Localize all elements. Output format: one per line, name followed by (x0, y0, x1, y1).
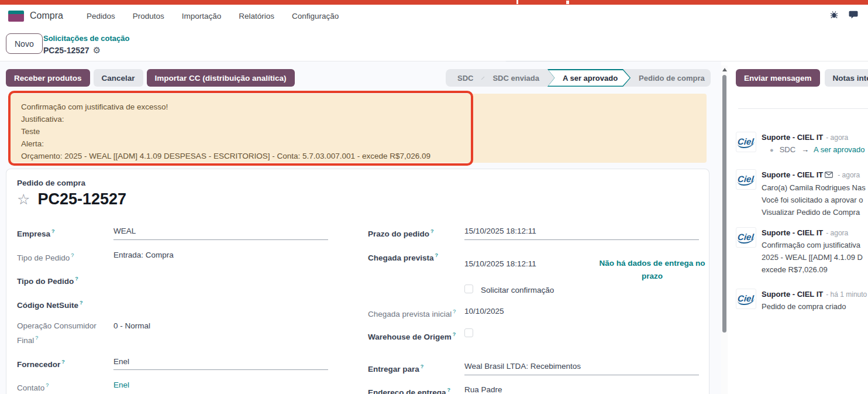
message-email[interactable]: Ciel Suporte - CIEL IT- agora Caro(a) Ca… (736, 169, 868, 218)
avatar: Ciel (736, 289, 756, 309)
alert-line: Confirmação com justificativa de excesso… (21, 101, 696, 113)
alert-line: Teste (21, 125, 696, 138)
field-label: Entregar para (368, 365, 419, 374)
scrollbar-thumb[interactable] (722, 75, 726, 333)
stage-to-link[interactable]: A ser aprovado (814, 145, 864, 154)
vertical-scrollbar[interactable] (721, 66, 728, 394)
message-line: 2025 - WEAL [[ADM] 4.1.09 D (762, 251, 868, 263)
message-line: Pedido de compra criado (762, 300, 868, 313)
app-logo-icon[interactable] (8, 11, 24, 22)
statusbar-step-a-ser-aprovado[interactable]: A ser aprovado (547, 69, 631, 87)
envelope-icon (825, 171, 833, 180)
help-icon: ? (80, 300, 83, 306)
breadcrumb: Solicitações de cotação PC25-12527⚙ (43, 32, 129, 56)
message-author: Suporte - CIEL IT (762, 133, 823, 142)
menu-item-importacao[interactable]: Importação (175, 8, 229, 24)
field-operacao-consumidor-final: Operação Consumidor Final? 0 - Normal (17, 320, 337, 347)
message-created[interactable]: Ciel Suporte - CIEL IT- há 1 minuto Pedi… (736, 289, 868, 313)
tipo-de-pedido-value: Entrada: Compra (113, 249, 174, 264)
bullet-icon: ● (770, 146, 774, 153)
chatter-buttons: Enviar mensagem Notas internas (736, 69, 868, 87)
message-author: Suporte - CIEL IT (762, 170, 823, 179)
breadcrumb-parent-link[interactable]: Solicitações de cotação (43, 34, 129, 43)
help-icon: ? (51, 228, 55, 234)
document-name: PC25-12527 (37, 190, 126, 208)
active-step-label: A ser aprovado (563, 74, 618, 83)
avatar-ciel-logo: Ciel (737, 293, 755, 305)
message-time: - há 1 minuto (826, 290, 867, 299)
contato-link[interactable]: Enel (113, 379, 129, 394)
chatter-panel: Enviar mensagem Notas internas Ciel Supo… (728, 61, 868, 394)
receive-products-button[interactable]: Receber produtos (6, 69, 90, 87)
gear-icon[interactable]: ⚙ (93, 45, 101, 55)
avatar-ciel-logo: Ciel (737, 174, 755, 186)
help-icon: ? (421, 364, 424, 369)
debug-bug-icon[interactable] (829, 10, 839, 22)
menu-item-configuracao[interactable]: Configuração (285, 8, 346, 24)
help-icon: ? (430, 228, 434, 234)
cancel-button[interactable]: Cancelar (94, 69, 143, 87)
menu-item-pedidos[interactable]: Pedidos (80, 8, 122, 24)
control-panel: Novo Solicitações de cotação PC25-12527⚙… (0, 27, 868, 61)
field-warehouse-origem: Warehouse de Origem? (368, 328, 707, 352)
alert-line: Orçamento: 2025 - WEAL [[ADM] 4.1.09 DES… (21, 150, 696, 162)
entregar-para-input[interactable]: Weal Brasil LTDA: Recebimentos (464, 361, 699, 375)
purchase-order-screen: Compra Pedidos Produtos Importação Relat… (0, 0, 868, 394)
form-sheet: Pedido de compra ☆ PC25-12527 Empresa? W… (6, 169, 709, 394)
field-endereco-entrega: Endereço de entrega? Rua Padre (368, 384, 707, 394)
empresa-input[interactable]: WEAL (113, 225, 328, 240)
app-name[interactable]: Compra (30, 11, 63, 21)
field-label: Tipo do Pedido (17, 277, 74, 286)
field-fornecedor: Fornecedor? Enel (17, 356, 337, 371)
chatter-divider (738, 108, 868, 109)
document-title: ☆ PC25-12527 (17, 190, 126, 208)
prazo-do-pedido-input[interactable]: 15/10/2025 18:12:11 (464, 225, 699, 240)
scrollbar-up-arrow-icon[interactable] (722, 68, 727, 71)
message-line: Confirmação com justificativa (762, 239, 868, 251)
message-line: excede R$7,026.09 (762, 263, 868, 276)
endereco-entrega-input[interactable]: Rua Padre (464, 384, 502, 394)
statusbar-step-sdc[interactable]: SDC (449, 74, 481, 83)
solicitar-confirmacao-checkbox[interactable] (464, 285, 473, 293)
delivery-data-note-link[interactable]: Não há dados de entrega no prazo (597, 257, 707, 283)
help-icon: ? (61, 359, 65, 365)
field-prazo-do-pedido: Prazo do pedido? 15/10/2025 18:12:11 (368, 225, 707, 240)
warehouse-origem-checkbox[interactable] (464, 328, 473, 337)
send-message-button[interactable]: Enviar mensagem (736, 69, 820, 87)
new-button[interactable]: Novo (6, 33, 43, 54)
message-note[interactable]: Ciel Suporte - CIEL IT- agora Confirmaçã… (736, 227, 868, 276)
message-time: - agora (826, 133, 848, 142)
help-icon: ? (35, 335, 38, 341)
chegada-prevista-input[interactable]: 15/10/2025 18:12:11 (464, 258, 536, 276)
help-icon: ? (435, 252, 439, 258)
operacao-consumidor-final-value: 0 - Normal (113, 320, 150, 347)
field-label: Contato (17, 383, 44, 392)
message-time: - agora (838, 171, 860, 179)
warning-alert: Confirmação com justificativa de excesso… (11, 94, 707, 163)
help-icon: ? (447, 387, 451, 393)
statusbar-step-sdc-enviada[interactable]: SDC enviada (484, 74, 547, 83)
field-label: Empresa (17, 229, 50, 238)
statusbar-step-pedido-de-compra[interactable]: Pedido de compra (631, 74, 713, 83)
main-menu: Pedidos Produtos Importação Relatórios C… (80, 8, 346, 24)
view-purchase-order-link[interactable]: Visualizar Pedido de Compra (762, 206, 868, 218)
menu-item-relatorios[interactable]: Relatórios (232, 8, 281, 24)
fornecedor-input[interactable]: Enel (113, 356, 328, 371)
messages-chat-icon[interactable] (849, 11, 859, 22)
message-tracking[interactable]: Ciel Suporte - CIEL IT- agora ●SDC→A ser… (736, 132, 868, 156)
breadcrumb-current: PC25-12527 (43, 46, 89, 55)
message-author: Suporte - CIEL IT (762, 228, 823, 237)
avatar: Ciel (736, 227, 756, 248)
help-icon: ? (75, 276, 78, 282)
field-label: Prazo do pedido (368, 229, 429, 238)
solicitar-confirmacao-label[interactable]: Solicitar confirmação (481, 285, 554, 296)
favorite-star-icon[interactable]: ☆ (17, 192, 30, 207)
document-type-label: Pedido de compra (17, 179, 85, 187)
form-right-column: Prazo do pedido? 15/10/2025 18:12:11 Che… (368, 225, 707, 394)
import-cc-button[interactable]: Importar CC (distribuição analítica) (147, 69, 295, 87)
internal-notes-button[interactable]: Notas internas (825, 69, 868, 87)
field-chegada-prevista: Chegada prevista? 15/10/2025 18:12:11 Nã… (368, 249, 707, 276)
avatar: Ciel (736, 132, 756, 152)
field-label: Tipo de Pedido (17, 253, 70, 262)
menu-item-produtos[interactable]: Produtos (126, 8, 171, 24)
